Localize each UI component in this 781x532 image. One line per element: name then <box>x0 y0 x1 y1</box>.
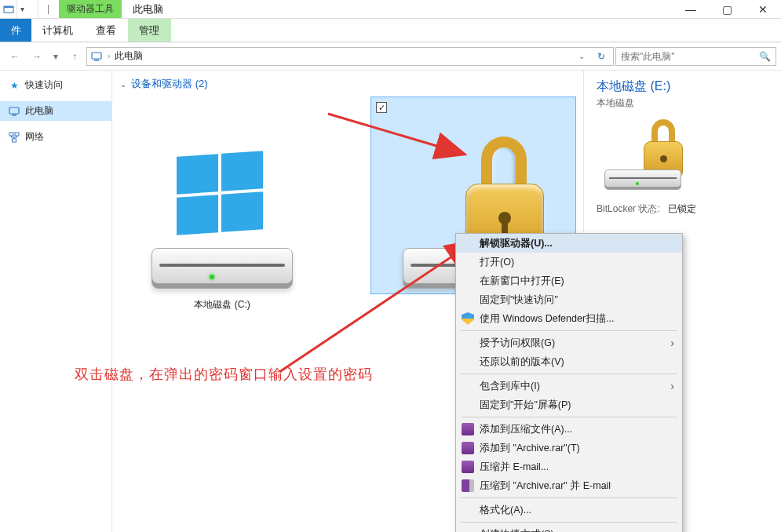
quick-access-dropdown[interactable]: ▾ <box>17 5 27 13</box>
menu-item-label: 固定到"开始"屏幕(P) <box>480 399 571 412</box>
context-menu-item[interactable]: 使用 Windows Defender扫描... <box>456 309 682 328</box>
menu-item-label: 解锁驱动器(U)... <box>480 237 553 250</box>
sidebar-item-label: 网络 <box>25 130 44 144</box>
menu-item-label: 固定到"快速访问" <box>480 293 558 307</box>
svg-rect-8 <box>13 139 16 142</box>
nav-back-button[interactable]: ← <box>5 46 25 67</box>
context-menu-item[interactable]: 还原以前的版本(V) <box>456 352 682 371</box>
menu-item-label: 添加到压缩文件(A)... <box>480 423 572 436</box>
menu-separator <box>461 522 677 523</box>
collapse-icon[interactable]: ⌄ <box>120 80 126 89</box>
address-bar[interactable]: › 此电脑 ⌄ ↻ <box>86 47 614 66</box>
menu-item-label: 压缩并 E-mail... <box>480 461 549 474</box>
star-icon: ★ <box>8 79 20 92</box>
sidebar-item-network[interactable]: 网络 <box>0 127 111 147</box>
mail-icon <box>461 460 475 474</box>
maximize-button[interactable]: ▢ <box>709 0 745 18</box>
ribbon-context-tab[interactable]: 驱动器工具 <box>59 0 122 18</box>
menu-item-label: 授予访问权限(G) <box>480 337 555 350</box>
menu-separator <box>461 417 677 417</box>
submenu-arrow-icon: › <box>670 380 674 392</box>
ribbon-tabs: 件 计算机 查看 管理 <box>0 19 781 42</box>
menu-item-label: 在新窗口中打开(E) <box>480 275 564 288</box>
refresh-button[interactable]: ↻ <box>593 51 610 62</box>
sidebar-item-label: 快速访问 <box>25 78 63 92</box>
svg-rect-6 <box>9 133 13 136</box>
svg-rect-1 <box>4 6 13 8</box>
shield-icon <box>461 312 475 326</box>
menu-separator <box>461 373 677 374</box>
context-menu-item[interactable]: 在新窗口中打开(E) <box>456 271 682 290</box>
group-header-label: 设备和驱动器 (2) <box>131 77 208 91</box>
search-input[interactable] <box>616 51 754 62</box>
context-menu-item[interactable]: 授予访问权限(G)› <box>456 333 682 352</box>
menu-separator <box>461 497 677 498</box>
sidebar-item-quick-access[interactable]: ★ 快速访问 <box>0 75 111 95</box>
tab-view[interactable]: 查看 <box>85 19 128 42</box>
network-icon <box>8 131 20 144</box>
rar-icon <box>461 422 475 436</box>
pc-icon <box>8 105 20 118</box>
drive-c[interactable]: 本地磁盘 (C:) <box>120 97 324 312</box>
svg-rect-3 <box>94 60 99 61</box>
context-menu-item[interactable]: 解锁驱动器(U)... <box>456 234 682 253</box>
menu-item-label: 压缩到 "Archive.rar" 并 E-mail <box>480 479 611 493</box>
minimize-button[interactable]: — <box>673 0 709 18</box>
menu-item-label: 还原以前的版本(V) <box>480 355 564 369</box>
address-dropdown-icon[interactable]: ⌄ <box>575 52 588 60</box>
menu-item-label: 创建快捷方式(S) <box>480 528 554 533</box>
context-menu-item[interactable]: 压缩并 E-mail... <box>456 457 682 476</box>
sidebar-item-this-pc[interactable]: 此电脑 <box>0 101 111 121</box>
context-menu-item[interactable]: 添加到 "Archive.rar"(T) <box>456 439 682 457</box>
search-icon[interactable]: 🔍 <box>754 51 776 62</box>
context-menu[interactable]: 解锁驱动器(U)...打开(O)在新窗口中打开(E)固定到"快速访问"使用 Wi… <box>455 233 683 532</box>
context-menu-item[interactable]: 添加到压缩文件(A)... <box>456 420 682 439</box>
sidebar-item-label: 此电脑 <box>25 104 53 118</box>
status-value: 已锁定 <box>668 202 696 216</box>
nav-history-dropdown[interactable]: ▾ <box>49 46 63 67</box>
menu-item-label: 包含到库中(I) <box>480 380 540 393</box>
group-header[interactable]: ⌄ 设备和驱动器 (2) <box>120 77 575 91</box>
nav-forward-button[interactable]: → <box>27 46 47 67</box>
quick-access-icon[interactable] <box>0 0 17 18</box>
search-box[interactable]: 🔍 <box>615 47 776 66</box>
pc-icon <box>90 50 103 63</box>
nav-up-button[interactable]: ↑ <box>64 46 85 67</box>
menu-item-label: 使用 Windows Defender扫描... <box>480 312 615 326</box>
breadcrumb-separator-icon: › <box>108 52 110 60</box>
selection-checkbox[interactable]: ✓ <box>376 102 387 113</box>
window-title: 此电脑 <box>122 0 174 18</box>
svg-rect-4 <box>9 107 19 114</box>
titlebar-divider: │ <box>43 5 59 13</box>
tab-file[interactable]: 件 <box>0 19 31 42</box>
svg-rect-5 <box>12 115 16 116</box>
menu-item-label: 格式化(A)... <box>480 504 531 517</box>
close-button[interactable]: ✕ <box>745 0 781 18</box>
menu-item-label: 打开(O) <box>480 256 514 269</box>
context-menu-item[interactable]: 包含到库中(I)› <box>456 377 682 395</box>
submenu-arrow-icon: › <box>670 337 674 349</box>
details-subtitle: 本地磁盘 <box>597 97 768 110</box>
details-thumbnail <box>600 119 686 190</box>
context-menu-item[interactable]: 固定到"开始"屏幕(P) <box>456 395 682 414</box>
status-key: BitLocker 状态: <box>597 202 660 216</box>
breadcrumb[interactable]: 此电脑 <box>115 49 143 63</box>
context-menu-item[interactable]: 打开(O) <box>456 253 682 271</box>
navigation-pane: ★ 快速访问 此电脑 网络 <box>0 71 112 532</box>
rar-icon <box>461 441 475 455</box>
context-menu-item[interactable]: 固定到"快速访问" <box>456 290 682 309</box>
context-menu-item[interactable]: 格式化(A)... <box>456 501 682 519</box>
titlebar: ▾ │ 驱动器工具 此电脑 — ▢ ✕ <box>0 0 781 19</box>
address-bar-row: ← → ▾ ↑ › 此电脑 ⌄ ↻ 🔍 <box>0 42 781 71</box>
details-title: 本地磁盘 (E:) <box>597 78 768 95</box>
menu-separator <box>461 330 677 331</box>
context-menu-item[interactable]: 创建快捷方式(S) <box>456 525 682 532</box>
annotation-text: 双击磁盘，在弹出的密码窗口输入设置的密码 <box>75 365 373 384</box>
svg-rect-2 <box>92 53 101 59</box>
context-menu-item[interactable]: 压缩到 "Archive.rar" 并 E-mail <box>456 476 682 495</box>
rarh-icon <box>461 479 475 493</box>
svg-rect-7 <box>15 133 19 136</box>
tab-manage[interactable]: 管理 <box>128 19 171 42</box>
menu-item-label: 添加到 "Archive.rar"(T) <box>480 442 580 455</box>
tab-computer[interactable]: 计算机 <box>31 19 85 42</box>
